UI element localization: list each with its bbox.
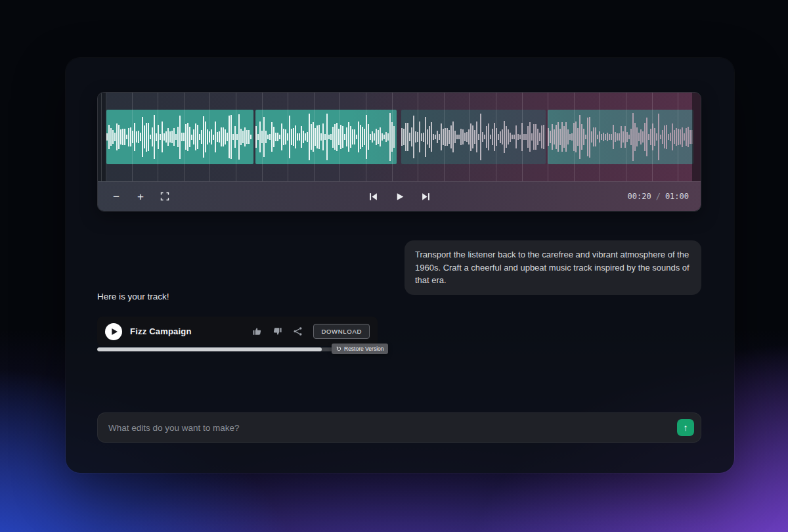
- time-current: 00:20: [628, 192, 651, 201]
- restore-version-tooltip: Restore Version: [332, 344, 388, 354]
- waveform-toolbar: − +: [98, 181, 701, 211]
- restore-icon: [336, 346, 341, 351]
- expand-icon: [160, 192, 169, 201]
- time-display: 00:20 / 01:00: [628, 192, 689, 201]
- edit-composer: ↑: [97, 412, 701, 443]
- arrow-up-icon: ↑: [684, 422, 688, 433]
- waveform-segment[interactable]: [255, 110, 397, 164]
- trim-handle-right[interactable]: [692, 93, 701, 181]
- skip-back-icon: [368, 192, 378, 202]
- download-button[interactable]: DOWNLOAD: [313, 324, 370, 339]
- restore-tooltip-label: Restore Version: [344, 345, 383, 352]
- edit-input[interactable]: [108, 423, 677, 433]
- waveform-segment[interactable]: [106, 110, 253, 164]
- share-button[interactable]: [293, 326, 303, 336]
- track-card: Fizz Campaign DOWNLOAD: [97, 317, 378, 346]
- skip-forward-button[interactable]: [419, 190, 432, 203]
- time-total: 01:00: [665, 192, 689, 201]
- time-separator: /: [656, 192, 661, 201]
- thumbs-down-button[interactable]: [273, 326, 282, 336]
- zoom-out-icon: −: [113, 191, 120, 202]
- zoom-in-button[interactable]: +: [134, 190, 147, 203]
- assistant-message: Here is your track!: [97, 292, 169, 301]
- waveform-segment[interactable]: [401, 110, 546, 164]
- thumbs-up-icon: [252, 326, 262, 336]
- thumbs-down-icon: [273, 326, 282, 336]
- track-play-button[interactable]: [105, 323, 122, 340]
- zoom-controls: − +: [110, 190, 171, 203]
- waveform-segment[interactable]: [548, 110, 693, 164]
- thumbs-up-button[interactable]: [252, 326, 262, 336]
- skip-forward-icon: [421, 192, 431, 202]
- trim-handle-left[interactable]: [98, 93, 106, 181]
- track-progress-fill: [97, 347, 322, 351]
- play-icon: [395, 192, 405, 202]
- skip-back-button[interactable]: [366, 190, 380, 203]
- zoom-in-icon: +: [137, 191, 144, 202]
- waveform-clips: [106, 110, 693, 164]
- transport-controls: [366, 190, 432, 203]
- track-actions: DOWNLOAD: [252, 324, 370, 339]
- zoom-out-button[interactable]: −: [110, 190, 123, 203]
- play-button[interactable]: [393, 190, 406, 203]
- track-title: Fizz Campaign: [130, 326, 192, 336]
- fit-view-button[interactable]: [158, 190, 171, 203]
- waveform-area[interactable]: [98, 93, 701, 181]
- main-panel: − +: [66, 58, 734, 473]
- waveform-editor: − +: [97, 92, 701, 211]
- user-message-bubble: Transport the listener back to the caref…: [405, 240, 701, 295]
- send-button[interactable]: ↑: [677, 419, 694, 436]
- share-icon: [293, 326, 303, 336]
